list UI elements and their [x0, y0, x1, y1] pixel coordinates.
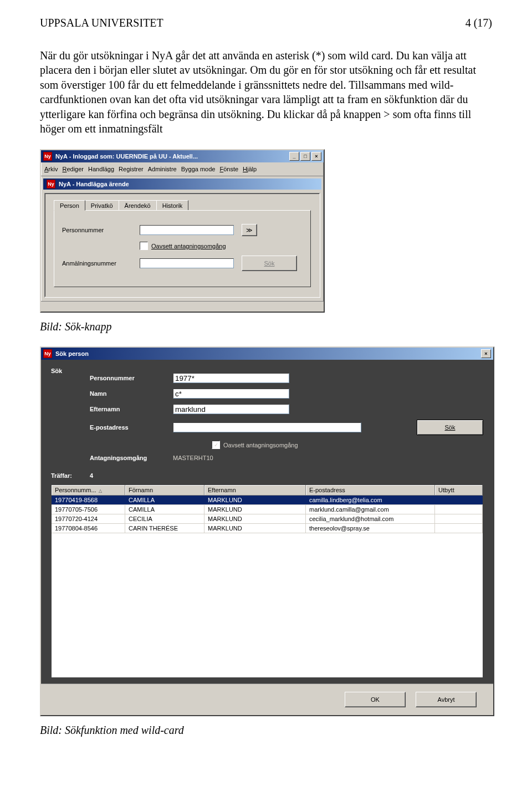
label-epost: E-postadress	[90, 424, 173, 431]
input-efternamn[interactable]	[173, 404, 289, 414]
caption-2: Bild: Sökfunktion med wild-card	[40, 724, 492, 737]
table-row[interactable]: 19770705-7506CAMILLAMARKLUNDmarklund.cam…	[52, 505, 483, 514]
sok-button[interactable]: Sök	[417, 420, 483, 435]
tab-privatko[interactable]: Privatkö	[85, 200, 119, 210]
body-paragraph: När du gör utsökningar i NyA går det att…	[40, 48, 492, 136]
menu-arkiv[interactable]: Arkiv	[42, 165, 60, 174]
menu-handlagga[interactable]: Handlägg	[86, 165, 116, 174]
checkbox-label-1: Oavsett antagningsomgång	[151, 243, 226, 249]
anmalningsnummer-input[interactable]	[140, 258, 234, 268]
menu-redigera[interactable]: Rediger	[60, 165, 86, 174]
window-sok-person: Ny Sök person × Sök Personnummer Namn	[40, 346, 494, 716]
label-traffar: Träffar:	[51, 472, 90, 479]
app-icon: Ny	[43, 152, 52, 161]
subwindow-title-text: NyA - Handlägga ärende	[59, 181, 129, 187]
minimize-button[interactable]: _	[289, 152, 299, 161]
checkbox-oavsett-2[interactable]: ✓	[212, 441, 220, 449]
titlebar-sok[interactable]: Ny Sök person ×	[41, 348, 493, 360]
table-row[interactable]: 19770720-4124CECILIAMARKLUNDcecilia_mark…	[52, 514, 483, 524]
label-namn: Namn	[90, 390, 173, 397]
ok-button[interactable]: OK	[345, 692, 406, 707]
close-button-sok[interactable]: ×	[481, 349, 491, 358]
personnummer-input[interactable]	[140, 225, 234, 235]
app-icon-sok: Ny	[43, 349, 52, 358]
input-pnr[interactable]	[173, 373, 289, 383]
menubar: Arkiv Rediger Handlägg Registrer Adminis…	[41, 162, 324, 176]
checkbox-label-2: Oavsett antagningsomgång	[223, 442, 298, 448]
col-pnr[interactable]: Personnumm...△	[52, 485, 125, 495]
menu-fonster[interactable]: Fönste	[217, 165, 241, 174]
value-traffar: 4	[90, 472, 93, 479]
sok-button-label-2: Sök	[445, 424, 456, 431]
label-anmalningsnummer: Anmälningsnummer	[62, 260, 140, 267]
menu-registrera[interactable]: Registrer	[116, 165, 146, 174]
search-section-label: Sök	[51, 368, 90, 467]
titlebar-title: NyA - Inloggad som: UUERNDIE på UU - Akt…	[55, 153, 198, 160]
sort-asc-icon: △	[99, 488, 102, 493]
titlebar-sok-title: Sök person	[55, 350, 89, 357]
tab-arendeko[interactable]: Ärendekö	[119, 200, 157, 210]
chevron-right-icon: ≫	[246, 227, 253, 234]
label-omgang: Antagningsomgång	[90, 455, 173, 461]
close-button[interactable]: ×	[311, 152, 321, 161]
caption-1: Bild: Sök-knapp	[40, 320, 492, 333]
value-omgang: MASTERHT10	[173, 455, 213, 461]
label-pnr: Personnummer	[90, 375, 173, 381]
tab-person[interactable]: Person	[54, 200, 85, 211]
tab-historik[interactable]: Historik	[156, 200, 189, 210]
menu-administrera[interactable]: Administre	[146, 165, 179, 174]
app-icon-sub: Ny	[47, 180, 55, 188]
input-namn[interactable]	[173, 389, 289, 399]
input-epost[interactable]	[173, 422, 361, 432]
menu-bygga-modell[interactable]: Bygga mode	[179, 165, 218, 174]
search-expand-button[interactable]: ≫	[242, 224, 257, 236]
sok-button-disabled: Sök	[242, 256, 297, 271]
subwindow-title: Ny NyA - Handlägga ärende	[43, 178, 321, 190]
titlebar-main[interactable]: Ny NyA - Inloggad som: UUERNDIE på UU - …	[41, 150, 324, 162]
col-epost[interactable]: E-postadress	[306, 485, 435, 495]
menu-hjalp[interactable]: Hjälp	[241, 165, 259, 174]
col-fornamn[interactable]: Förnamn	[125, 485, 204, 495]
col-utbytt[interactable]: Utbytt	[435, 485, 483, 495]
table-row[interactable]: 19770419-8568CAMILLAMARKLUNDcamilla.lind…	[52, 496, 483, 505]
sok-button-label: Sök	[264, 260, 275, 267]
label-efternamn: Efternamn	[90, 406, 173, 412]
tabstrip: Person Privatkö Ärendekö Historik	[54, 200, 314, 210]
checkbox-oavsett-1[interactable]	[140, 242, 148, 250]
statusbar	[41, 301, 324, 312]
col-efternamn[interactable]: Efternamn	[204, 485, 306, 495]
results-table: Personnumm...△ Förnamn Efternamn E-posta…	[51, 484, 483, 678]
doc-header-org: UPPSALA UNIVERSITET	[40, 17, 163, 29]
window-nya-main: Ny NyA - Inloggad som: UUERNDIE på UU - …	[40, 149, 325, 313]
cancel-button[interactable]: Avbryt	[416, 692, 477, 707]
doc-header-page: 4 (17)	[466, 17, 492, 29]
maximize-button[interactable]: □	[300, 152, 310, 161]
table-row[interactable]: 19770804-8546CARIN THERÉSEMARKLUNDtheres…	[52, 524, 483, 533]
label-personnummer: Personnummer	[62, 227, 140, 233]
